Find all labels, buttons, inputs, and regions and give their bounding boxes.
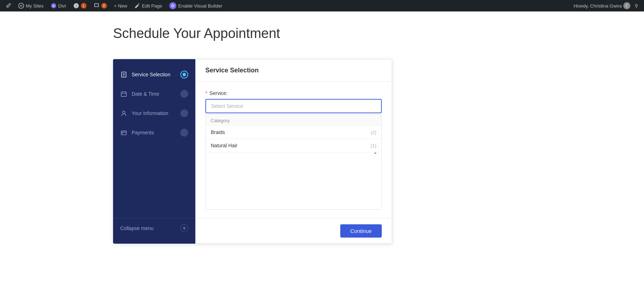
new-menu[interactable]: + New (111, 0, 131, 11)
continue-button[interactable]: Continue (340, 224, 382, 238)
main-footer: Continue (195, 218, 392, 243)
wp-logo-icon[interactable]: ✐ (3, 1, 15, 10)
appointment-widget: Service Selection Date & Time Your Infor… (113, 59, 392, 244)
sidebar-step-payments[interactable]: Payments (113, 123, 195, 142)
sidebar-step-service-label: Service Selection (132, 72, 170, 77)
edit-page-icon (135, 3, 140, 9)
divi-icon: D (51, 3, 57, 9)
svg-rect-11 (121, 131, 126, 135)
new-label: + New (114, 3, 127, 9)
dropdown-item-natural-hair-label: Natural Hair (211, 143, 238, 148)
dropdown-item-natural-hair-count: (1) (371, 143, 376, 148)
sidebar-step-date-time[interactable]: Date & Time (113, 84, 195, 104)
collapse-plus-icon: + (180, 224, 188, 232)
sidebar-step-info-label: Your Information (132, 110, 168, 116)
sidebar-step-payments-label: Payments (132, 130, 154, 135)
user-avatar[interactable]: C (623, 2, 630, 9)
divi-menu[interactable]: D Divi (47, 0, 70, 11)
service-selection-icon (120, 71, 127, 78)
updates-menu[interactable]: 1 (70, 0, 90, 11)
admin-bar-right: Howdy, Christina Gwira C ⚲ (574, 2, 641, 9)
required-star: * (205, 90, 207, 96)
collapse-menu-button[interactable]: Collapse menu + (113, 218, 195, 238)
step-circle-info (180, 109, 188, 117)
visual-builder-label: Enable Visual Builder (178, 3, 222, 9)
my-sites-icon (18, 3, 24, 9)
svg-point-10 (122, 111, 125, 114)
visual-builder-menu[interactable]: D Enable Visual Builder (166, 0, 226, 11)
search-icon[interactable]: ⚲ (632, 3, 641, 9)
sidebar-step-your-information[interactable]: Your Information (113, 104, 195, 123)
main-header-title: Service Selection (205, 67, 259, 74)
service-label-text: Service: (209, 90, 228, 96)
sidebar-step-datetime-label: Date & Time (132, 91, 159, 97)
service-select-wrapper: Select Service ⌃ Category Braids (2) Nat… (205, 99, 382, 210)
step-circle-payments (180, 129, 188, 137)
widget-sidebar: Service Selection Date & Time Your Infor… (113, 59, 195, 244)
svg-rect-6 (121, 92, 126, 97)
comments-menu[interactable]: 0 (90, 0, 111, 11)
sidebar-step-service-selection[interactable]: Service Selection (113, 65, 195, 84)
updates-count: 1 (81, 3, 87, 9)
widget-main: Service Selection * Service: Select Serv… (195, 59, 392, 244)
select-placeholder: Select Service (211, 103, 243, 109)
service-field-label: * Service: (205, 90, 382, 96)
edit-page-menu[interactable]: Edit Page (131, 0, 166, 11)
admin-bar: ✐ My Sites D Divi 1 0 + New Edit Page D … (0, 0, 644, 11)
my-sites-label: My Sites (26, 3, 44, 9)
dropdown-item-braids[interactable]: Braids (2) (206, 125, 381, 139)
step-circle-datetime (180, 90, 188, 98)
my-sites-menu[interactable]: My Sites (15, 0, 47, 11)
divi-badge: D (169, 2, 176, 9)
comments-count: 0 (101, 3, 107, 9)
step-circle-service (180, 71, 188, 78)
page-title: Schedule Your Appointment (100, 26, 644, 41)
divi-label: Divi (58, 3, 66, 9)
comments-icon (94, 3, 99, 9)
updates-icon (73, 3, 79, 9)
main-header: Service Selection (195, 59, 392, 82)
payments-icon (120, 129, 127, 136)
dropdown-category-label: Category (206, 114, 381, 125)
page-content: Schedule Your Appointment Service Select… (0, 11, 644, 301)
your-information-icon (120, 110, 127, 116)
service-select-box[interactable]: Select Service ⌃ (205, 99, 382, 113)
dropdown-item-braids-count: (2) (371, 130, 376, 135)
dropdown-spacer (206, 152, 381, 209)
svg-text:D: D (53, 4, 55, 8)
collapse-label: Collapse menu (120, 225, 153, 231)
edit-page-label: Edit Page (142, 3, 162, 9)
main-body: * Service: Select Service ⌃ Category Bra… (195, 82, 392, 218)
dropdown-item-braids-label: Braids (211, 129, 225, 135)
dropdown-item-natural-hair[interactable]: Natural Hair (1) (206, 139, 381, 152)
date-time-icon (120, 91, 127, 97)
service-dropdown-list: Category Braids (2) Natural Hair (1) (205, 114, 382, 210)
howdy-label: Howdy, Christina Gwira (574, 3, 622, 9)
